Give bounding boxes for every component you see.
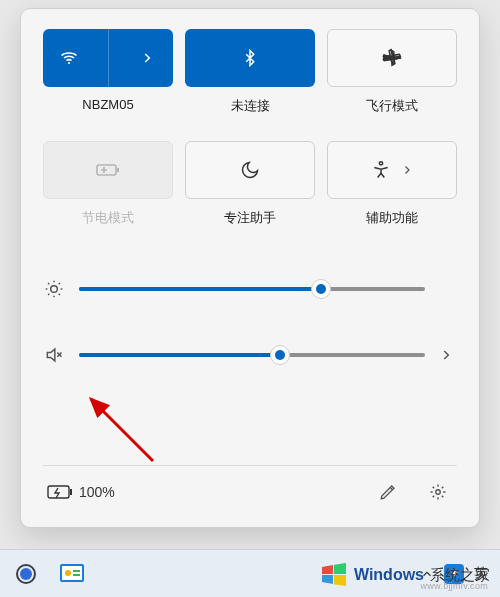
svg-point-9 (20, 568, 32, 580)
airplane-icon (381, 47, 403, 69)
svg-rect-6 (48, 486, 69, 498)
svg-point-0 (68, 62, 70, 64)
volume-expand[interactable] (439, 348, 457, 362)
svg-point-8 (436, 489, 441, 494)
volume-slider[interactable] (79, 353, 425, 357)
accessibility-tile[interactable] (327, 141, 457, 199)
chevron-right-icon (140, 51, 154, 65)
watermark-brand: Windows (354, 566, 424, 584)
settings-button[interactable] (423, 477, 453, 507)
brightness-slider-fill (79, 287, 321, 291)
volume-slider-row (43, 331, 457, 379)
watermark-url: www.bjjmlv.com (420, 581, 488, 591)
bluetooth-tile-label: 未连接 (185, 95, 315, 133)
gear-icon (429, 483, 447, 501)
bluetooth-tile[interactable] (185, 29, 315, 87)
airplane-mode-tile[interactable] (327, 29, 457, 87)
wifi-icon (59, 48, 79, 68)
wifi-tile[interactable] (43, 29, 173, 87)
focus-assist-tile[interactable] (185, 141, 315, 199)
battery-status[interactable]: 100% (47, 484, 115, 500)
battery-percent-text: 100% (79, 484, 115, 500)
pencil-icon (379, 483, 397, 501)
taskbar: ✦ 英 Windows 系统之家 www.bjjmlv.com (0, 549, 500, 597)
panel-footer: 100% (43, 465, 457, 517)
moon-icon (240, 160, 260, 180)
chevron-right-icon (401, 164, 413, 176)
battery-saver-label: 节电模式 (43, 207, 173, 245)
brightness-icon (43, 279, 65, 299)
brightness-slider[interactable] (79, 287, 425, 291)
windows-logo-icon (320, 561, 348, 589)
sliders-section (43, 265, 457, 397)
chevron-right-icon (439, 348, 453, 362)
battery-saver-icon (96, 162, 120, 178)
svg-rect-2 (117, 168, 119, 172)
battery-charging-icon (47, 484, 73, 500)
gear-icon (14, 562, 38, 586)
accessibility-label: 辅助功能 (327, 207, 457, 245)
quick-settings-panel: NBZM05 未连接 飞行模式 节电模式 专注助手 辅助功能 (20, 8, 480, 528)
volume-slider-fill (79, 353, 280, 357)
svg-rect-14 (73, 570, 80, 572)
svg-point-4 (51, 286, 58, 293)
control-panel-icon (59, 563, 85, 585)
wifi-tile-label: NBZM05 (43, 95, 173, 133)
volume-slider-thumb[interactable] (270, 345, 290, 365)
svg-rect-7 (70, 489, 72, 495)
bluetooth-icon (241, 47, 259, 69)
wifi-expand[interactable] (121, 29, 174, 87)
quick-tiles-grid: NBZM05 未连接 飞行模式 节电模式 专注助手 辅助功能 (43, 29, 457, 245)
brightness-slider-row (43, 265, 457, 313)
svg-line-5 (91, 399, 153, 461)
wifi-tile-divider (108, 29, 109, 87)
edit-button[interactable] (373, 477, 403, 507)
airplane-tile-label: 飞行模式 (327, 95, 457, 133)
wifi-toggle[interactable] (43, 29, 96, 87)
watermark: Windows 系统之家 www.bjjmlv.com (320, 561, 490, 589)
focus-assist-label: 专注助手 (185, 207, 315, 245)
svg-point-3 (379, 162, 382, 165)
accessibility-icon (371, 160, 391, 180)
svg-point-13 (65, 570, 71, 576)
brightness-slider-thumb[interactable] (311, 279, 331, 299)
volume-muted-icon[interactable] (43, 345, 65, 365)
taskbar-settings-app[interactable] (12, 560, 40, 588)
svg-rect-15 (73, 574, 80, 576)
battery-saver-tile (43, 141, 173, 199)
taskbar-control-panel-app[interactable] (58, 560, 86, 588)
